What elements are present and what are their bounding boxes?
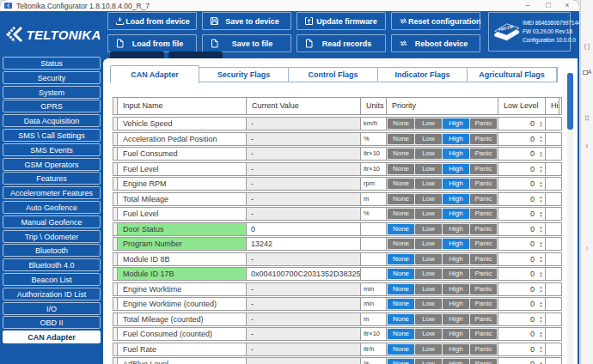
priority-none-button[interactable]: None xyxy=(388,224,414,234)
low-level-input[interactable]: 0 xyxy=(498,223,537,235)
low-level-input[interactable]: 0 xyxy=(498,283,537,295)
spinner-down-icon[interactable]: ▾ xyxy=(540,154,542,158)
low-level-input[interactable]: 0 xyxy=(498,253,537,265)
priority-none-button[interactable]: None xyxy=(388,179,414,189)
spinner-down-icon[interactable]: ▾ xyxy=(540,349,542,354)
spinner-down-icon[interactable]: ▾ xyxy=(540,334,542,338)
toolbar-button-read-records[interactable]: Read records xyxy=(296,34,386,52)
spinner-down-icon[interactable]: ▾ xyxy=(540,214,542,218)
vertical-scrollbar[interactable] xyxy=(567,73,573,364)
priority-low-button[interactable]: Low xyxy=(415,164,442,174)
sidebar-item-sms-events[interactable]: SMS Events xyxy=(3,143,101,156)
sidebar-item-manual-geofence[interactable]: Manual Geofence xyxy=(3,215,101,228)
priority-high-button[interactable]: High xyxy=(443,118,469,129)
priority-none-button[interactable]: None xyxy=(388,284,414,294)
priority-high-button[interactable]: High xyxy=(443,209,469,219)
low-level-input[interactable]: 0 xyxy=(498,208,537,220)
priority-high-button[interactable]: High xyxy=(443,359,469,364)
priority-low-button[interactable]: Low xyxy=(415,254,442,264)
priority-panic-button[interactable]: Panic xyxy=(470,329,497,339)
spinner-down-icon[interactable]: ▾ xyxy=(540,229,542,234)
priority-none-button[interactable]: None xyxy=(388,344,414,355)
priority-high-button[interactable]: High xyxy=(443,179,469,189)
priority-panic-button[interactable]: Panic xyxy=(470,164,497,174)
low-level-input[interactable]: 0 xyxy=(498,268,537,280)
low-level-input[interactable]: 0 xyxy=(498,313,537,325)
tab-can-adapter[interactable]: CAN Adapter xyxy=(110,65,199,83)
spinner-down-icon[interactable]: ▾ xyxy=(540,244,542,248)
priority-panic-button[interactable]: Panic xyxy=(470,149,497,159)
low-level-input[interactable]: 0 xyxy=(498,328,537,340)
toolbar-button-reboot-device[interactable]: Reboot device xyxy=(391,34,480,52)
sidebar-item-data-acquisition[interactable]: Data Acquisition xyxy=(3,114,101,127)
spinner-down-icon[interactable]: ▾ xyxy=(540,184,542,188)
priority-high-button[interactable]: High xyxy=(443,314,469,325)
priority-low-button[interactable]: Low xyxy=(415,194,442,204)
priority-high-button[interactable]: High xyxy=(443,269,469,279)
sidebar-item-beacon-list[interactable]: Beacon List xyxy=(3,273,101,286)
priority-low-button[interactable]: Low xyxy=(415,239,442,249)
priority-panic-button[interactable]: Panic xyxy=(470,134,497,144)
maximize-button[interactable]: □ xyxy=(538,0,559,11)
priority-panic-button[interactable]: Panic xyxy=(470,224,497,234)
priority-panic-button[interactable]: Panic xyxy=(470,179,497,189)
tab-agricultural-flags[interactable]: Agricultural Flags xyxy=(468,68,557,82)
priority-low-button[interactable]: Low xyxy=(415,118,442,129)
spinner-down-icon[interactable]: ▾ xyxy=(540,319,542,324)
priority-low-button[interactable]: Low xyxy=(415,299,442,309)
sidebar-item-sms-call-settings[interactable]: SMS \ Call Settings xyxy=(3,129,101,142)
low-level-input[interactable]: 0 xyxy=(498,358,537,364)
priority-none-button[interactable]: None xyxy=(388,299,414,309)
sidebar-item-auto-geofence[interactable]: Auto Geofence xyxy=(3,201,101,214)
priority-low-button[interactable]: Low xyxy=(415,359,442,364)
low-level-input[interactable]: 0 xyxy=(498,298,537,310)
spinner-down-icon[interactable]: ▾ xyxy=(540,139,542,143)
priority-panic-button[interactable]: Panic xyxy=(470,344,497,355)
toolbar-button-save-to-file[interactable]: Save to file xyxy=(202,34,291,52)
low-level-input[interactable]: 0 xyxy=(498,148,537,160)
priority-high-button[interactable]: High xyxy=(443,284,469,294)
priority-panic-button[interactable]: Panic xyxy=(470,239,497,249)
low-level-input[interactable]: 0 xyxy=(498,193,537,205)
sidebar-item-accelerometer-features[interactable]: Accelerometer Features xyxy=(3,186,101,199)
priority-low-button[interactable]: Low xyxy=(415,344,442,355)
priority-panic-button[interactable]: Panic xyxy=(470,254,497,264)
priority-high-button[interactable]: High xyxy=(443,254,469,264)
priority-none-button[interactable]: None xyxy=(388,194,414,204)
spinner-down-icon[interactable]: ▾ xyxy=(540,304,542,308)
low-level-input[interactable]: 0 xyxy=(498,343,537,355)
priority-none-button[interactable]: None xyxy=(388,134,414,144)
tab-control-flags[interactable]: Control Flags xyxy=(289,68,378,82)
priority-panic-button[interactable]: Panic xyxy=(470,284,497,294)
close-button[interactable]: × xyxy=(557,0,578,11)
priority-high-button[interactable]: High xyxy=(443,164,469,174)
spinner-down-icon[interactable]: ▾ xyxy=(540,259,542,264)
priority-high-button[interactable]: High xyxy=(443,224,469,234)
spinner-down-icon[interactable]: ▾ xyxy=(540,169,542,173)
priority-panic-button[interactable]: Panic xyxy=(470,269,497,279)
scrollbar-thumb[interactable] xyxy=(567,73,573,130)
priority-low-button[interactable]: Low xyxy=(415,329,442,339)
priority-none-button[interactable]: None xyxy=(388,239,414,249)
priority-none-button[interactable]: None xyxy=(388,209,414,219)
sidebar-item-features[interactable]: Features xyxy=(3,172,101,185)
minimize-button[interactable]: – xyxy=(517,0,538,11)
priority-none-button[interactable]: None xyxy=(388,118,414,129)
sidebar-item-status[interactable]: Status xyxy=(3,57,101,70)
priority-panic-button[interactable]: Panic xyxy=(470,194,497,204)
low-level-input[interactable]: 0 xyxy=(498,118,537,130)
tab-indicator-flags[interactable]: Indicator Flags xyxy=(378,68,468,82)
sidebar-item-trip-odometer[interactable]: Trip \ Odometer xyxy=(3,230,101,243)
priority-high-button[interactable]: High xyxy=(443,194,469,204)
priority-panic-button[interactable]: Panic xyxy=(470,314,497,325)
spinner-down-icon[interactable]: ▾ xyxy=(540,124,542,128)
spinner-down-icon[interactable]: ▾ xyxy=(540,199,542,203)
priority-none-button[interactable]: None xyxy=(388,329,414,339)
priority-high-button[interactable]: High xyxy=(443,149,469,159)
priority-low-button[interactable]: Low xyxy=(415,134,442,144)
toolbar-button-save-to-device[interactable]: Save to device xyxy=(202,12,291,30)
toolbar-button-update-firmware[interactable]: Update firmware xyxy=(296,12,386,30)
priority-low-button[interactable]: Low xyxy=(415,284,442,294)
priority-high-button[interactable]: High xyxy=(443,134,469,144)
toolbar-button-load-from-device[interactable]: Load from device xyxy=(107,12,197,30)
